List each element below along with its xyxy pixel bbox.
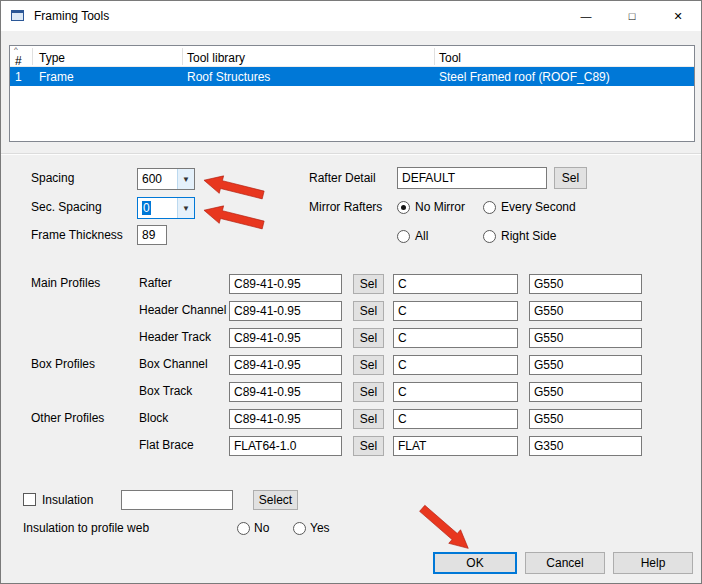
- close-button[interactable]: ✕: [655, 1, 701, 31]
- profile-type-field[interactable]: C: [393, 274, 518, 294]
- spacing-label: Spacing: [31, 171, 74, 185]
- frame-thickness-label: Frame Thickness: [31, 228, 123, 242]
- profile-row: Other Profiles Block C89-41-0.95 Sel C G…: [1, 408, 702, 430]
- profile-grade-field[interactable]: G350: [529, 436, 642, 456]
- frame-thickness-field[interactable]: 89: [137, 225, 167, 245]
- radio-every-second[interactable]: [483, 201, 496, 214]
- tools-table: ^ # Type Tool library Tool 1 Frame Roof …: [9, 45, 695, 142]
- annotation-arrow-ok: [414, 499, 475, 556]
- profile-name-field[interactable]: C89-41-0.95: [229, 301, 342, 321]
- insulation-label[interactable]: Insulation: [42, 493, 93, 507]
- profile-grade-field[interactable]: G550: [529, 382, 642, 402]
- radio-all[interactable]: [397, 230, 410, 243]
- radio-web-no[interactable]: [237, 522, 250, 535]
- profile-sel-button[interactable]: Sel: [353, 436, 384, 456]
- profile-item-label: Header Track: [139, 330, 211, 344]
- profile-grade-field[interactable]: G550: [529, 301, 642, 321]
- profile-grade-field[interactable]: G550: [529, 274, 642, 294]
- profile-type-field[interactable]: FLAT: [393, 436, 518, 456]
- cancel-button[interactable]: Cancel: [525, 552, 605, 574]
- minimize-button[interactable]: —: [563, 1, 609, 31]
- insulation-web-label: Insulation to profile web: [23, 521, 149, 535]
- column-header-tool[interactable]: Tool: [439, 51, 461, 65]
- sec-spacing-combobox[interactable]: 0 ▼: [137, 197, 195, 219]
- profile-type-field[interactable]: C: [393, 328, 518, 348]
- insulation-field[interactable]: [121, 490, 233, 510]
- insulation-select-button[interactable]: Select: [253, 490, 298, 510]
- section-divider: [1, 153, 702, 155]
- chevron-down-icon[interactable]: ▼: [177, 169, 194, 189]
- radio-web-yes[interactable]: [293, 522, 306, 535]
- profile-sel-button[interactable]: Sel: [353, 328, 384, 348]
- profile-item-label: Block: [139, 411, 168, 425]
- ok-button[interactable]: OK: [433, 552, 517, 574]
- column-header-num[interactable]: #: [15, 54, 22, 68]
- profile-row: Header Channel C89-41-0.95 Sel C G550: [1, 300, 702, 322]
- row-type: Frame: [39, 70, 74, 84]
- sec-spacing-value: 0: [142, 201, 151, 215]
- column-header-library[interactable]: Tool library: [187, 51, 245, 65]
- profile-row: Box Profiles Box Channel C89-41-0.95 Sel…: [1, 354, 702, 376]
- sec-spacing-label: Sec. Spacing: [31, 200, 102, 214]
- row-library: Roof Structures: [187, 70, 270, 84]
- help-button[interactable]: Help: [613, 552, 693, 574]
- framing-tools-dialog: Framing Tools — □ ✕ ^ # Type Tool librar…: [0, 0, 702, 584]
- profile-sel-button[interactable]: Sel: [353, 409, 384, 429]
- profile-type-field[interactable]: C: [393, 355, 518, 375]
- row-tool: Steel Framed roof (ROOF_C89): [439, 70, 610, 84]
- table-header: ^ # Type Tool library Tool: [10, 46, 694, 67]
- profile-group-label: Box Profiles: [31, 357, 95, 371]
- profile-grade-field[interactable]: G550: [529, 409, 642, 429]
- profile-sel-button[interactable]: Sel: [353, 301, 384, 321]
- radio-right-side[interactable]: [483, 230, 496, 243]
- insulation-checkbox[interactable]: [23, 493, 36, 506]
- spacing-value: 600: [138, 172, 177, 186]
- profile-grade-field[interactable]: G550: [529, 328, 642, 348]
- title-bar: Framing Tools — □ ✕: [1, 1, 701, 31]
- radio-web-no-label[interactable]: No: [254, 521, 269, 535]
- profile-name-field[interactable]: FLAT64-1.0: [229, 436, 342, 456]
- profile-item-label: Box Track: [139, 384, 192, 398]
- profile-sel-button[interactable]: Sel: [353, 355, 384, 375]
- chevron-down-icon[interactable]: ▼: [177, 198, 194, 218]
- column-header-type[interactable]: Type: [39, 51, 65, 65]
- profile-item-label: Flat Brace: [139, 438, 194, 452]
- radio-no-mirror[interactable]: [397, 201, 410, 214]
- profile-sel-button[interactable]: Sel: [353, 274, 384, 294]
- annotation-arrow-spacing: [201, 170, 268, 205]
- profile-row: Main Profiles Rafter C89-41-0.95 Sel C G…: [1, 273, 702, 295]
- profile-grade-field[interactable]: G550: [529, 355, 642, 375]
- sort-ascending-icon: ^: [14, 45, 18, 54]
- profile-type-field[interactable]: C: [393, 382, 518, 402]
- profile-item-label: Box Channel: [139, 357, 208, 371]
- profile-row: Box Track C89-41-0.95 Sel C G550: [1, 381, 702, 403]
- profile-group-label: Main Profiles: [31, 276, 100, 290]
- spacing-combobox[interactable]: 600 ▼: [137, 168, 195, 190]
- radio-every-second-label[interactable]: Every Second: [501, 200, 576, 214]
- profile-row: Flat Brace FLAT64-1.0 Sel FLAT G350: [1, 435, 702, 457]
- profile-row: Header Track C89-41-0.95 Sel C G550: [1, 327, 702, 349]
- table-row[interactable]: 1 Frame Roof Structures Steel Framed roo…: [10, 67, 694, 86]
- radio-no-mirror-label[interactable]: No Mirror: [415, 200, 465, 214]
- profile-name-field[interactable]: C89-41-0.95: [229, 382, 342, 402]
- rafter-detail-field[interactable]: DEFAULT: [397, 167, 547, 189]
- maximize-button[interactable]: □: [609, 1, 655, 31]
- profile-sel-button[interactable]: Sel: [353, 382, 384, 402]
- rafter-detail-sel-button[interactable]: Sel: [554, 167, 587, 189]
- profile-name-field[interactable]: C89-41-0.95: [229, 274, 342, 294]
- profile-item-label: Header Channel: [139, 303, 226, 317]
- profile-type-field[interactable]: C: [393, 301, 518, 321]
- row-num: 1: [15, 70, 22, 84]
- profile-group-label: Other Profiles: [31, 411, 104, 425]
- mirror-rafters-label: Mirror Rafters: [309, 200, 382, 214]
- profile-type-field[interactable]: C: [393, 409, 518, 429]
- radio-all-label[interactable]: All: [415, 229, 428, 243]
- app-icon: [10, 8, 26, 24]
- profile-item-label: Rafter: [139, 276, 172, 290]
- profile-name-field[interactable]: C89-41-0.95: [229, 328, 342, 348]
- radio-right-side-label[interactable]: Right Side: [501, 229, 556, 243]
- radio-web-yes-label[interactable]: Yes: [310, 521, 330, 535]
- profile-name-field[interactable]: C89-41-0.95: [229, 355, 342, 375]
- profile-name-field[interactable]: C89-41-0.95: [229, 409, 342, 429]
- rafter-detail-label: Rafter Detail: [309, 171, 376, 185]
